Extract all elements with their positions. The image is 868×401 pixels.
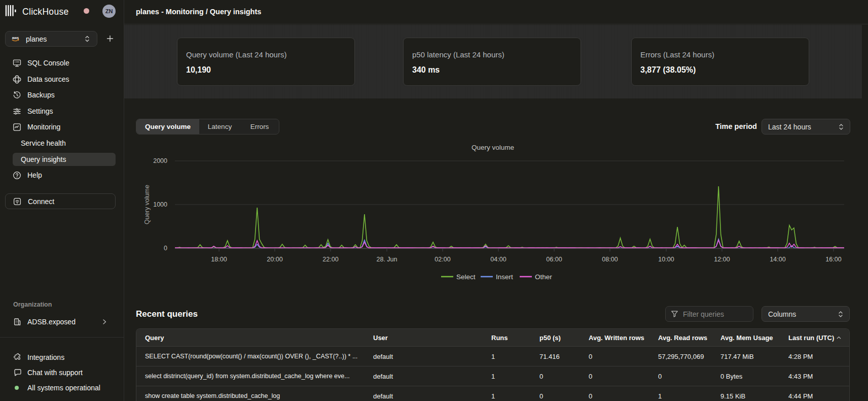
svg-text:02:00: 02:00	[435, 256, 450, 263]
svg-text:2000: 2000	[153, 157, 167, 164]
svg-text:Query volume: Query volume	[143, 185, 151, 224]
svg-text:Query volume: Query volume	[472, 144, 514, 151]
svg-text:Other: Other	[535, 273, 552, 281]
svg-text:Select: Select	[456, 273, 476, 281]
svg-text:14:00: 14:00	[770, 256, 785, 263]
svg-text:10:00: 10:00	[658, 256, 674, 263]
svg-text:1000: 1000	[153, 201, 167, 208]
svg-text:Insert: Insert	[496, 273, 513, 281]
svg-text:08:00: 08:00	[602, 256, 618, 263]
svg-text:0: 0	[164, 245, 167, 252]
svg-text:20:00: 20:00	[267, 256, 282, 263]
svg-text:16:00: 16:00	[825, 256, 841, 263]
svg-text:04:00: 04:00	[490, 256, 506, 263]
svg-text:22:00: 22:00	[322, 256, 338, 263]
svg-text:18:00: 18:00	[211, 256, 227, 263]
svg-text:06:00: 06:00	[546, 256, 562, 263]
svg-text:12:00: 12:00	[714, 256, 730, 263]
svg-text:28. Jun: 28. Jun	[376, 256, 397, 263]
